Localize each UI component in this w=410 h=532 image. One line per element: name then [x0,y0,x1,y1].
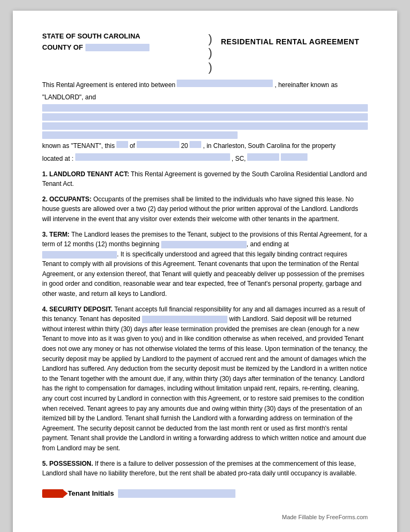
header-right: RESIDENTIAL RENTAL AGREEMENT [212,32,368,46]
intro-text1: This Rental Agreement is entered into be… [42,80,175,90]
doc-title: RESIDENTIAL RENTAL AGREEMENT [212,37,368,46]
section-4: 4. SECURITY DEPOSIT. Tenant accepts full… [42,304,368,453]
s4-text2: with Landlord. Said deposit will be retu… [42,315,367,452]
intro-text3: "LANDLORD", and [42,92,368,103]
document-page: STATE OF SOUTH CAROLINA COUNTY OF ) ) ) … [13,11,397,532]
red-arrow-icon [42,489,64,498]
intro-section: This Rental Agreement is entered into be… [42,80,368,163]
tenant-known-text: known as "TENANT", this [42,141,115,151]
footer: Made Fillable by FreeForms.com [42,514,368,520]
of-text: of [130,141,135,151]
s4-title: 4. SECURITY DEPOSIT. [42,306,113,313]
tenant-date-row: known as "TENANT", this of 20 , in Charl… [42,141,368,151]
county-label: COUNTY OF [42,43,83,51]
tenant-fill-line1[interactable] [42,104,368,112]
tenant-fill-line3[interactable] [42,122,368,130]
tenant-fill-line2[interactable] [42,113,368,121]
tenant-fill-area [42,104,368,139]
county-fill-field[interactable] [85,44,149,51]
zip-field[interactable] [281,153,308,161]
year-text: 20 [181,141,188,151]
city-field[interactable] [247,153,279,161]
tenant-initials-field[interactable] [118,489,235,498]
tenant-initials-section: Tenant Initials [42,489,368,498]
section-2: 2. OCCUPANTS: Occupants of the premises … [42,194,368,224]
year-field[interactable] [190,141,201,148]
intro-text2: , hereinafter known as [274,80,337,90]
county-row: COUNTY OF [42,43,198,51]
located-text: located at : [42,154,74,164]
term-start-field[interactable] [161,241,247,248]
bracket-column: ) ) ) [198,32,212,74]
property-row: located at : , SC, [42,153,368,164]
footer-text: Made Fillable by FreeForms.com [282,514,368,520]
section-1: 1. LANDLORD TENANT ACT: This Rental Agre… [42,169,368,189]
deposit-amount-field[interactable] [142,316,227,323]
s1-title: 1. LANDLORD TENANT ACT: [42,170,129,178]
month-field[interactable] [137,141,179,148]
tenant-fill-line4[interactable] [42,131,238,139]
document-header: STATE OF SOUTH CAROLINA COUNTY OF ) ) ) … [42,32,368,74]
intro-row1: This Rental Agreement is entered into be… [42,80,368,90]
landlord-name-field[interactable] [177,80,273,87]
s5-title: 5. POSSESSION. [42,460,93,467]
s2-title: 2. OCCUPANTS: [42,195,91,203]
address-field[interactable] [75,153,230,161]
s3-title: 3. TERM: [42,231,69,238]
section-3: 3. TERM: The Landlord leases the premise… [42,230,368,299]
tenant-initials-label: Tenant Initials [68,489,114,497]
city-text: , in Charleston, South Carolina for the … [203,141,335,151]
term-end-field[interactable] [42,251,117,259]
section-5: 5. POSSESSION. If there is a failure to … [42,459,368,479]
sc-text: , SC, [232,154,246,164]
state-title: STATE OF SOUTH CAROLINA [42,32,198,40]
header-left: STATE OF SOUTH CAROLINA COUNTY OF [42,32,198,51]
s3-text2: , and ending at [247,240,289,248]
day-field[interactable] [116,141,128,148]
